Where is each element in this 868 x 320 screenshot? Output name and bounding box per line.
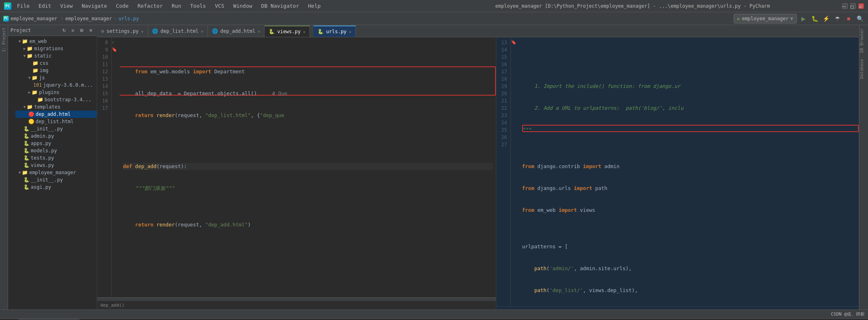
sync-button[interactable]: ↻ — [60, 27, 68, 34]
menu-run[interactable]: Run — [169, 2, 184, 10]
code-line-9: all_dep_data = Department.objects.all() … — [123, 90, 493, 97]
tree-item-bootstrap[interactable]: 📁 bootstrap-3.4... — [15, 96, 97, 103]
expand-icon: ▼ — [19, 39, 21, 43]
code-line-14: """部门添加""" — [123, 185, 493, 192]
tab-close-dep-list[interactable]: ✕ — [201, 29, 203, 34]
url-line-15: 2. Add a URL to urlpatterns: path('blog/… — [522, 105, 855, 112]
tree-item-asgi-py[interactable]: 🐍 asgi.py — [15, 183, 97, 191]
tree-item-static[interactable]: ▼ 📁 static — [15, 52, 97, 60]
run-button[interactable]: ▶ — [798, 14, 808, 23]
close-button[interactable]: ✕ — [858, 3, 864, 9]
search-everywhere-button[interactable]: 🔍 — [855, 14, 865, 23]
tree-item-dep-add-html[interactable]: 🔴 dep_add.html — [15, 111, 97, 118]
tree-item-tests-py[interactable]: 🐍 tests.py — [15, 154, 97, 162]
project-panel-header: Project ↻ ≡ ⚙ ✕ — [8, 25, 97, 36]
code-line-13: def dep_add(request): — [123, 163, 493, 170]
breadcrumb-em: employee_manager — [65, 16, 112, 21]
menu-vcs[interactable]: VCS — [212, 2, 227, 10]
title-bar: PC File Edit View Navigate Code Refactor… — [0, 0, 868, 12]
file-icon: 🟡 — [28, 119, 34, 124]
tree-item-dep-list-html[interactable]: 🟡 dep_list.html — [15, 118, 97, 125]
code-content-urls[interactable]: 1. Import the include() function: from d… — [519, 37, 859, 306]
tree-item-plugins[interactable]: ▶ 📁 plugins — [15, 89, 97, 96]
tab-urls[interactable]: 🐍 urls.py ✕ — [313, 26, 356, 37]
profile-button[interactable]: ⚡ — [821, 14, 831, 23]
folder-label: js — [39, 75, 44, 81]
scrollbar-horizontal-right[interactable] — [496, 306, 859, 309]
tree-item-apps-py[interactable]: 🐍 apps.py — [15, 140, 97, 147]
menu-edit[interactable]: Edit — [35, 2, 54, 10]
restore-button[interactable]: □ — [850, 3, 856, 9]
run-config-dropdown[interactable]: ▶ employee_manager ▼ — [734, 14, 797, 23]
tab-close-views[interactable]: ✕ — [303, 30, 305, 34]
folder-label: employee_manager — [29, 170, 76, 175]
editor-area: ⚙ settings.py ✕ 🌐 dep_list.html ✕ 🌐 dep_… — [97, 25, 859, 309]
tab-close-urls[interactable]: ✕ — [349, 30, 351, 34]
tab-dep-list[interactable]: 🌐 dep_list.html ✕ — [148, 26, 208, 37]
tree-item-init-py-2[interactable]: 🐍 __init__.py — [15, 176, 97, 183]
tab-views[interactable]: 🐍 views.py ✕ — [265, 26, 310, 37]
file-icon: 101 — [33, 82, 42, 88]
tab-dep-add[interactable]: 🌐 dep_add.html ✕ — [208, 26, 265, 37]
folder-label: plugins — [39, 90, 59, 95]
file-label: __init__.py — [31, 126, 63, 132]
menu-window[interactable]: Window — [230, 2, 256, 10]
file-label: asgi.py — [31, 184, 51, 190]
folder-icon: 📁 — [37, 97, 43, 102]
database-label: Database — [860, 56, 868, 82]
file-label: __init__.py — [31, 177, 63, 183]
tab-icon: ⚙ — [101, 28, 104, 34]
url-line-18: from django.contrib import admin — [522, 163, 855, 170]
menu-file[interactable]: File — [14, 2, 33, 10]
tree-item-templates[interactable]: ▼ 📁 templates — [15, 103, 97, 111]
file-label: views.py — [31, 162, 54, 168]
expand-icon: ▶ — [28, 90, 30, 94]
code-area-urls[interactable]: 13 14 15 16 17 18 19 20 21 22 23 24 25 2… — [496, 37, 859, 306]
tree-item-em-web[interactable]: ▼ 📁 em_web — [15, 38, 97, 45]
close-panel-button[interactable]: ✕ — [87, 27, 94, 34]
stop-button[interactable]: ■ — [844, 14, 853, 23]
left-panel-strip: 1: Project — [0, 25, 8, 309]
menu-refactor[interactable]: Refactor — [134, 2, 166, 10]
menu-db-navigator[interactable]: DB Navigator — [258, 2, 303, 10]
debug-button[interactable]: 🐛 — [810, 14, 819, 23]
tree-item-jquery[interactable]: 101 jquery-3.6.0.m... — [15, 81, 97, 89]
folder-label: migrations — [34, 46, 63, 51]
coverage-button[interactable]: ☂ — [832, 14, 842, 23]
folder-label: css — [40, 60, 49, 66]
line-numbers-right: 13 14 15 16 17 18 19 20 21 22 23 24 25 2… — [496, 37, 511, 306]
tree-item-views-py[interactable]: 🐍 views.py — [15, 162, 97, 169]
folder-icon: 📁 — [27, 104, 33, 110]
menu-help[interactable]: Help — [305, 2, 324, 10]
tree-item-js[interactable]: ▼ 📁 js — [15, 74, 97, 81]
run-tab[interactable]: ▶ employee_manager ✕ — [18, 319, 80, 320]
minimize-button[interactable]: ─ — [842, 3, 848, 9]
file-icon: 🐍 — [23, 133, 30, 139]
file-label: tests.py — [31, 155, 54, 161]
tab-close-dep-add[interactable]: ✕ — [258, 29, 260, 34]
menu-view[interactable]: View — [57, 2, 76, 10]
folder-label: templates — [34, 104, 60, 110]
tab-icon: 🌐 — [212, 28, 218, 34]
file-label: apps.py — [31, 141, 51, 146]
tree-item-init-py[interactable]: 🐍 __init__.py — [15, 125, 97, 132]
tree-item-migrations[interactable]: ▶ 📁 migrations — [15, 45, 97, 52]
code-content-views[interactable]: from em_web.models import Department all… — [120, 37, 496, 297]
tab-settings[interactable]: ⚙ settings.py ✕ — [97, 26, 148, 37]
tree-item-css[interactable]: 📁 css — [15, 60, 97, 67]
toolbar-logo: PC — [3, 16, 9, 21]
tab-close-settings[interactable]: ✕ — [141, 29, 144, 34]
menu-tools[interactable]: Tools — [187, 2, 209, 10]
tree-item-img[interactable]: 📁 img — [15, 67, 97, 74]
tree-item-employee-manager[interactable]: ▼ 📁 employee_manager — [15, 169, 97, 176]
menu-navigate[interactable]: Navigate — [78, 2, 110, 10]
collapse-all-button[interactable]: ≡ — [69, 27, 76, 34]
menu-code[interactable]: Code — [113, 2, 132, 10]
file-icon: 🐍 — [23, 148, 30, 154]
tree-item-models-py[interactable]: 🐍 models.py — [15, 147, 97, 154]
code-area-views[interactable]: 8 9 10 11 12 13 14 15 16 17 — [97, 37, 496, 297]
scrollbar-horizontal-left[interactable] — [97, 297, 496, 301]
tree-item-admin-py[interactable]: 🐍 admin.py — [15, 132, 97, 140]
panel-title: Project — [11, 28, 59, 33]
settings-button[interactable]: ⚙ — [78, 27, 85, 34]
